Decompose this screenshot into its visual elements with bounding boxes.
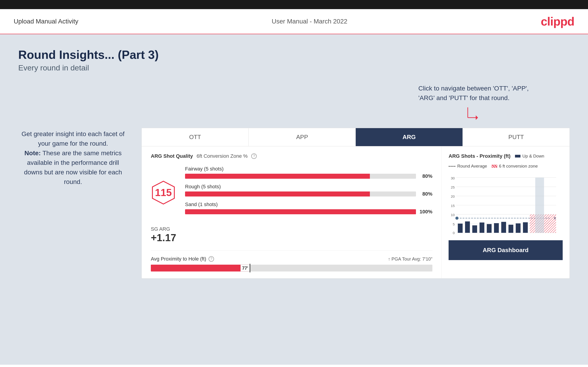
svg-marker-2 <box>476 115 478 120</box>
legend-up-down: Up & Down <box>515 154 544 159</box>
tab-ott[interactable]: OTT <box>142 128 249 146</box>
fairway-label: Fairway (5 shots) <box>185 166 432 172</box>
rough-bar-fill <box>185 192 370 197</box>
upload-manual-label: Upload Manual Activity <box>14 18 78 25</box>
sg-section: SG ARG +1.17 <box>151 226 432 243</box>
proximity-label: Avg Proximity to Hole (ft) <box>151 256 206 262</box>
section-subtitle: Every round in detail <box>18 63 570 72</box>
svg-rect-22 <box>465 221 470 233</box>
svg-text:25: 25 <box>451 185 455 189</box>
svg-rect-27 <box>501 222 506 233</box>
sand-label: Sand (1 shots) <box>185 201 432 208</box>
note-label: Note: <box>24 150 41 157</box>
svg-rect-24 <box>480 223 484 233</box>
chart-title: ARG Shots - Proximity (ft) <box>449 153 510 159</box>
sand-bar-container: 100% <box>185 209 432 215</box>
tab-putt[interactable]: PUTT <box>463 128 570 146</box>
arg-dashboard-button[interactable]: ARG Dashboard <box>449 240 563 260</box>
card-body: ARG Shot Quality 6ft Conversion Zone % ?… <box>142 146 570 278</box>
rough-label: Rough (5 shots) <box>185 184 432 190</box>
svg-rect-23 <box>472 225 477 233</box>
help-icon[interactable]: ? <box>251 153 257 159</box>
fairway-bar-track <box>185 174 416 179</box>
sg-value: +1.17 <box>151 232 432 243</box>
shot-bars: Fairway (5 shots) 80% Rou <box>185 166 432 219</box>
svg-rect-33 <box>535 178 544 233</box>
card-section-header: ARG Shot Quality 6ft Conversion Zone % ? <box>151 153 432 159</box>
sand-bar-fill <box>185 209 416 214</box>
legend-hatch-icon <box>492 165 497 167</box>
tabs: OTT APP ARG PUTT <box>142 128 570 146</box>
svg-rect-26 <box>494 223 499 233</box>
hexagon-score: 115 <box>151 180 176 205</box>
insight-main: Get greater insight into each facet of y… <box>21 130 124 147</box>
fairway-pct: 80% <box>419 173 432 179</box>
navigate-annotation: Click to navigate between 'OTT', 'APP','… <box>418 84 529 123</box>
shot-row-fairway: Fairway (5 shots) 80% <box>185 166 432 179</box>
content-wrapper: Get greater insight into each facet of y… <box>18 84 570 279</box>
svg-text:5: 5 <box>453 222 455 226</box>
header: Upload Manual Activity User Manual - Mar… <box>0 9 588 34</box>
legend-up-down-label: Up & Down <box>522 154 544 159</box>
svg-text:30: 30 <box>451 176 455 180</box>
chart-svg: 30 25 20 15 10 5 0 <box>449 174 563 238</box>
svg-rect-28 <box>509 225 513 233</box>
svg-rect-21 <box>458 224 463 233</box>
hex-and-shots: 115 Fairway (5 shots) <box>151 166 432 219</box>
proximity-header: Avg Proximity to Hole (ft) ? ↑ PGA Tour … <box>151 256 432 262</box>
insight-text: Get greater insight into each facet of y… <box>18 129 128 187</box>
svg-rect-30 <box>523 222 528 233</box>
svg-text:0: 0 <box>453 231 455 235</box>
user-manual-label: User Manual - March 2022 <box>272 18 347 25</box>
legend-round-avg-label: Round Average <box>457 164 487 169</box>
tab-app[interactable]: APP <box>249 128 356 146</box>
proximity-value: 77' <box>241 265 250 272</box>
svg-text:10: 10 <box>451 213 455 217</box>
conversion-zone-label: 6ft Conversion Zone % <box>197 153 248 159</box>
right-panel: Click to navigate between 'OTT', 'APP','… <box>141 84 570 279</box>
proximity-help-icon[interactable]: ? <box>208 256 214 262</box>
shot-row-rough: Rough (5 shots) 80% <box>185 184 432 197</box>
legend-round-avg: Round Average <box>449 164 487 169</box>
rough-bar-track <box>185 192 416 197</box>
arrow-container <box>418 105 529 123</box>
shot-quality-label: ARG Shot Quality <box>151 153 193 159</box>
section-title: Round Insights... (Part 3) <box>18 48 570 62</box>
proximity-bar-track: 77' <box>151 265 432 272</box>
proximity-bar-fill: 77' <box>151 265 249 272</box>
navigate-arrow-icon <box>466 105 481 123</box>
chart-header: ARG Shots - Proximity (ft) Up & Down Rou… <box>449 153 563 169</box>
rough-pct: 80% <box>419 191 432 197</box>
rough-bar-container: 80% <box>185 191 432 197</box>
sand-bar-track <box>185 209 416 214</box>
top-bar <box>0 0 588 9</box>
clippd-logo: clippd <box>541 15 574 28</box>
legend-conversion-label: 6 ft conversion zone <box>499 164 538 169</box>
shot-row-sand: Sand (1 shots) 100% <box>185 201 432 215</box>
fairway-bar-container: 80% <box>185 173 432 179</box>
fairway-bar-fill <box>185 174 370 179</box>
proximity-chart: 30 25 20 15 10 5 0 <box>449 174 563 238</box>
sand-pct: 100% <box>419 209 432 215</box>
card-right: ARG Shots - Proximity (ft) Up & Down Rou… <box>442 146 570 278</box>
insights-card: OTT APP ARG PUTT ARG Shot Quality 6ft Co… <box>141 128 570 279</box>
card-left: ARG Shot Quality 6ft Conversion Zone % ?… <box>142 146 442 278</box>
legend-solid-icon <box>515 155 520 158</box>
main-content: Round Insights... (Part 3) Every round i… <box>0 34 588 365</box>
svg-rect-25 <box>487 224 492 233</box>
hex-value: 115 <box>155 187 172 198</box>
svg-text:20: 20 <box>451 194 455 198</box>
tab-arg[interactable]: ARG <box>356 128 463 146</box>
sg-label: SG ARG <box>151 226 432 232</box>
footer: Copyright Clippd 2021 <box>0 365 588 367</box>
pga-avg-label: ↑ PGA Tour Avg: 7'10" <box>388 257 432 262</box>
svg-text:15: 15 <box>451 204 455 208</box>
navigate-text: Click to navigate between 'OTT', 'APP','… <box>418 84 529 103</box>
proximity-section: Avg Proximity to Hole (ft) ? ↑ PGA Tour … <box>151 250 432 272</box>
legend-conversion: 6 ft conversion zone <box>492 164 538 169</box>
left-panel: Get greater insight into each facet of y… <box>18 84 128 187</box>
svg-rect-29 <box>516 223 520 233</box>
legend-dashed-icon <box>449 166 455 167</box>
proximity-cursor-icon <box>250 264 250 272</box>
